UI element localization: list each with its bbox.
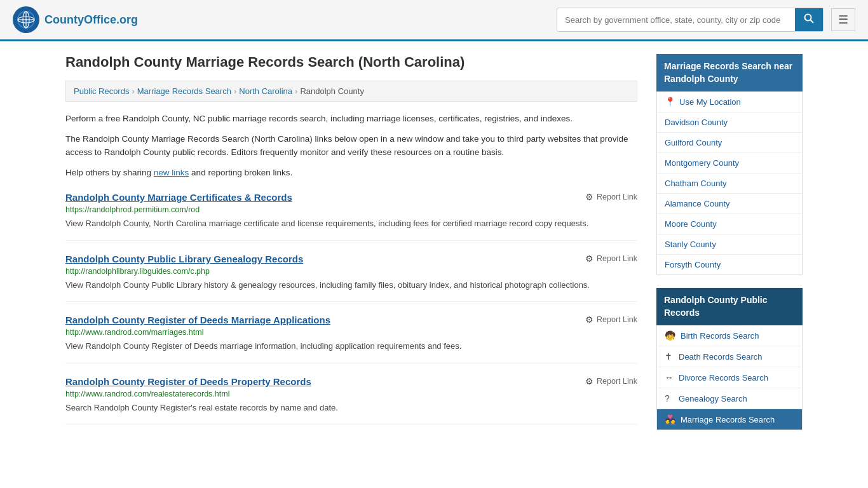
breadcrumb-sep-3: ›	[295, 86, 297, 96]
report-link-4[interactable]: ⚙ Report Link	[585, 376, 637, 386]
sidebar-public-records-header: Randolph County Public Records	[656, 288, 803, 325]
record-url-1: https://randolphrod.permitium.com/rod	[65, 205, 637, 214]
use-location-link[interactable]: Use My Location	[679, 97, 741, 107]
description-para1: Perform a free Randolph County, NC publi…	[65, 112, 637, 126]
search-bar	[557, 8, 824, 32]
logo-icon	[13, 6, 39, 33]
sidebar-item-alamance[interactable]: Alamance County	[657, 194, 802, 214]
divorce-icon: ↔	[665, 372, 674, 383]
alamance-county-link[interactable]: Alamance County	[665, 199, 730, 208]
record-item: Randolph County Marriage Certificates & …	[65, 192, 637, 241]
forsyth-county-link[interactable]: Forsyth County	[665, 260, 721, 269]
page-title: Randolph County Marriage Records Search …	[65, 54, 637, 71]
record-header: Randolph County Marriage Certificates & …	[65, 192, 637, 203]
record-header: Randolph County Register of Deeds Proper…	[65, 376, 637, 387]
record-desc-1: View Randolph County, North Carolina mar…	[65, 217, 637, 230]
breadcrumb-sep-1: ›	[132, 86, 134, 96]
marriage-icon: 💑	[665, 414, 675, 424]
search-input[interactable]	[557, 10, 795, 30]
breadcrumb-sep-2: ›	[234, 86, 236, 96]
new-links-link[interactable]: new links	[154, 168, 189, 177]
breadcrumb-randolph-county: Randolph County	[300, 86, 363, 96]
sidebar-nearby-body: 📍 Use My Location Davidson County Guilfo…	[656, 92, 803, 275]
guilford-county-link[interactable]: Guilford County	[665, 138, 722, 147]
header-controls: ☰	[557, 8, 855, 32]
logo-text: CountyOffice.org	[44, 13, 138, 27]
location-icon: 📍	[665, 97, 675, 107]
logo-name: CountyOffice	[44, 13, 116, 26]
sidebar-item-stanly[interactable]: Stanly County	[657, 234, 802, 255]
desc-prefix: Help others by sharing	[65, 168, 154, 177]
report-link-3[interactable]: ⚙ Report Link	[585, 315, 637, 325]
montgomery-county-link[interactable]: Montgomery County	[665, 158, 739, 168]
record-title-1[interactable]: Randolph County Marriage Certificates & …	[65, 192, 292, 203]
sidebar-public-records-section: Randolph County Public Records 🧒 Birth R…	[656, 288, 803, 430]
sidebar-marriage-records[interactable]: 💑 Marriage Records Search	[657, 409, 802, 430]
sidebar-public-records-body: 🧒 Birth Records Search ✝ Death Records S…	[656, 325, 803, 430]
search-button[interactable]	[795, 8, 823, 31]
main-container: Randolph County Marriage Records Search …	[53, 41, 815, 456]
breadcrumb: Public Records › Marriage Records Search…	[65, 81, 637, 102]
chatham-county-link[interactable]: Chatham County	[665, 179, 727, 188]
record-item: Randolph County Public Library Genealogy…	[65, 254, 637, 302]
sidebar-nearby-header: Marriage Records Search near Randolph Co…	[656, 54, 803, 92]
report-icon-2: ⚙	[585, 254, 593, 264]
records-list: Randolph County Marriage Certificates & …	[65, 192, 637, 424]
report-icon-4: ⚙	[585, 376, 593, 386]
record-header: Randolph County Register of Deeds Marria…	[65, 315, 637, 325]
record-url-4: http://www.randrod.com/realestaterecords…	[65, 390, 637, 398]
birth-records-link[interactable]: Birth Records Search	[681, 331, 759, 341]
sidebar-item-forsyth[interactable]: Forsyth County	[657, 255, 802, 274]
site-header: CountyOffice.org ☰	[0, 0, 868, 41]
content-area: Randolph County Marriage Records Search …	[65, 54, 637, 443]
record-title-3[interactable]: Randolph County Register of Deeds Marria…	[65, 315, 330, 325]
report-label-4: Report Link	[597, 377, 637, 386]
record-title-4[interactable]: Randolph County Register of Deeds Proper…	[65, 376, 311, 387]
death-records-link[interactable]: Death Records Search	[679, 352, 763, 362]
genealogy-search-link[interactable]: Genealogy Search	[679, 394, 747, 403]
sidebar-divorce-records[interactable]: ↔ Divorce Records Search	[657, 367, 802, 388]
moore-county-link[interactable]: Moore County	[665, 219, 717, 229]
stanly-county-link[interactable]: Stanly County	[665, 240, 716, 249]
sidebar: Marriage Records Search near Randolph Co…	[656, 54, 803, 443]
record-url-2: http://randolphlibrary.libguides.com/c.p…	[65, 267, 637, 276]
marriage-records-link[interactable]: Marriage Records Search	[681, 415, 775, 424]
sidebar-birth-records[interactable]: 🧒 Birth Records Search	[657, 325, 802, 346]
description-para2: The Randolph County Marriage Records Sea…	[65, 132, 637, 159]
davidson-county-link[interactable]: Davidson County	[665, 118, 728, 127]
sidebar-item-montgomery[interactable]: Montgomery County	[657, 153, 802, 173]
birth-icon: 🧒	[665, 330, 675, 341]
record-item: Randolph County Register of Deeds Proper…	[65, 376, 637, 425]
sidebar-item-guilford[interactable]: Guilford County	[657, 133, 802, 153]
report-link-2[interactable]: ⚙ Report Link	[585, 254, 637, 264]
sidebar-genealogy-search[interactable]: ? Genealogy Search	[657, 388, 802, 409]
report-link-1[interactable]: ⚙ Report Link	[585, 192, 637, 202]
desc-suffix: and reporting broken links.	[189, 168, 292, 177]
sidebar-death-records[interactable]: ✝ Death Records Search	[657, 346, 802, 367]
genealogy-icon: ?	[665, 393, 674, 403]
record-url-3: http://www.randrod.com/marriages.html	[65, 328, 637, 337]
sidebar-item-chatham[interactable]: Chatham County	[657, 173, 802, 194]
use-my-location[interactable]: 📍 Use My Location	[657, 92, 802, 112]
record-desc-2: View Randolph County Public Library hist…	[65, 279, 637, 292]
divorce-records-link[interactable]: Divorce Records Search	[679, 373, 768, 383]
record-title-2[interactable]: Randolph County Public Library Genealogy…	[65, 254, 303, 264]
breadcrumb-marriage-records[interactable]: Marriage Records Search	[137, 86, 231, 96]
breadcrumb-north-carolina[interactable]: North Carolina	[239, 86, 292, 96]
death-icon: ✝	[665, 351, 674, 362]
svg-point-5	[805, 15, 811, 21]
logo-area: CountyOffice.org	[13, 6, 138, 33]
svg-line-6	[811, 20, 814, 24]
record-desc-4: Search Randolph County Register's real e…	[65, 402, 637, 414]
sidebar-item-davidson[interactable]: Davidson County	[657, 112, 802, 133]
record-desc-3: View Randolph County Register of Deeds m…	[65, 340, 637, 353]
breadcrumb-public-records[interactable]: Public Records	[74, 86, 129, 96]
report-label-2: Report Link	[597, 254, 637, 263]
record-header: Randolph County Public Library Genealogy…	[65, 254, 637, 264]
report-label-3: Report Link	[597, 315, 637, 324]
logo-org: .org	[116, 13, 138, 26]
sidebar-item-moore[interactable]: Moore County	[657, 214, 802, 234]
record-item: Randolph County Register of Deeds Marria…	[65, 315, 637, 363]
menu-button[interactable]: ☰	[831, 8, 855, 31]
description-para3: Help others by sharing new links and rep…	[65, 166, 637, 180]
